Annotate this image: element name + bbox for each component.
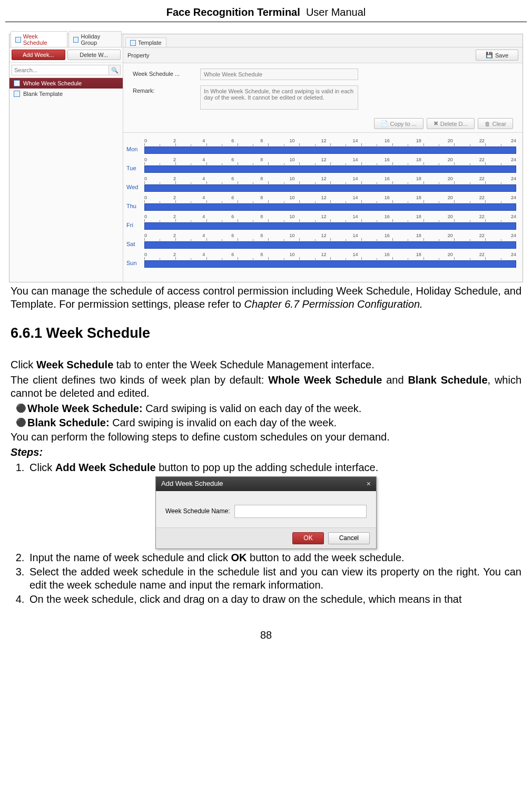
p-click-tab: Click Week Schedule tab to enter the Wee… bbox=[11, 358, 521, 371]
property-title: Property bbox=[127, 52, 150, 58]
tab-bar: Week Schedule Holiday Group Template bbox=[9, 34, 123, 47]
day-timeline[interactable]: 024681012141618202224 bbox=[144, 177, 516, 193]
search-input[interactable] bbox=[12, 65, 109, 75]
step-1: Click Add Week Schedule button to pop up… bbox=[27, 461, 521, 474]
copy-icon: 📄 bbox=[381, 120, 388, 127]
day-timeline[interactable]: 024681012141618202224 bbox=[144, 215, 516, 231]
tab-holiday-group[interactable]: Holiday Group bbox=[68, 31, 122, 47]
save-button[interactable]: 💾Save bbox=[476, 50, 518, 61]
add-week-schedule-dialog: Add Week Schedule× Week Schedule Name: O… bbox=[155, 476, 377, 550]
day-label: Sat bbox=[126, 241, 144, 250]
delete-duration-button[interactable]: ✖Delete D... bbox=[427, 118, 475, 129]
page-header: Face Recognition Terminal User Manual bbox=[5, 6, 527, 22]
add-week-button[interactable]: Add Week... bbox=[12, 50, 65, 60]
cancel-button[interactable]: Cancel bbox=[328, 532, 370, 544]
search-icon[interactable]: 🔍 bbox=[109, 65, 121, 75]
schedule-icon bbox=[73, 37, 79, 43]
intro-paragraph: You can manage the schedule of access co… bbox=[11, 285, 521, 311]
schedule-icon bbox=[14, 91, 20, 97]
schedule-icon bbox=[14, 80, 20, 86]
dialog-title: Add Week Schedule bbox=[161, 480, 223, 488]
form-remark-label: Remark: bbox=[133, 85, 200, 94]
delete-week-button[interactable]: Delete W... bbox=[67, 50, 121, 60]
header-rest: User Manual bbox=[306, 6, 366, 18]
schedule-icon bbox=[130, 40, 136, 46]
day-label: Thu bbox=[126, 203, 144, 212]
day-timeline[interactable]: 024681012141618202224 bbox=[144, 253, 516, 269]
section-heading: 6.6.1 Week Schedule bbox=[11, 325, 521, 343]
list-item-blank-template[interactable]: Blank Template bbox=[9, 89, 123, 99]
day-timeline[interactable]: 024681012141618202224 bbox=[144, 158, 516, 174]
day-label: Mon bbox=[126, 146, 144, 155]
schedule-icon bbox=[15, 37, 21, 43]
dialog-label: Week Schedule Name: bbox=[165, 507, 230, 515]
schedule-grid: Mon024681012141618202224Tue0246810121416… bbox=[123, 132, 523, 282]
day-label: Wed bbox=[126, 184, 144, 193]
week-schedule-screenshot: Week Schedule Holiday Group Template Add… bbox=[9, 34, 523, 282]
p-defaults: The client defines two kinds of week pla… bbox=[11, 374, 521, 400]
tab-template[interactable]: Template bbox=[125, 37, 166, 47]
step-4: On the week schedule, click and drag on … bbox=[27, 593, 521, 606]
remark-textarea[interactable]: In Whole Week Schedule, the card swiping… bbox=[200, 85, 358, 110]
close-icon[interactable]: × bbox=[367, 480, 371, 489]
day-timeline[interactable]: 024681012141618202224 bbox=[144, 196, 516, 212]
delete-icon: ✖ bbox=[434, 120, 438, 127]
tab-week-schedule[interactable]: Week Schedule bbox=[11, 31, 67, 47]
day-label: Tue bbox=[126, 165, 144, 174]
p-custom: You can perform the following steps to d… bbox=[11, 431, 521, 444]
steps-label: Steps: bbox=[11, 446, 521, 459]
page-number: 88 bbox=[5, 629, 527, 641]
trash-icon: 🗑 bbox=[485, 121, 490, 127]
form-name-label: Week Schedule ... bbox=[133, 69, 200, 77]
bullet-whole-week: ⚫Whole Week Schedule: Card swiping is va… bbox=[16, 402, 521, 415]
day-timeline[interactable]: 024681012141618202224 bbox=[144, 234, 516, 250]
clear-button[interactable]: 🗑Clear bbox=[478, 118, 513, 129]
day-label: Fri bbox=[126, 222, 144, 231]
save-icon: 💾 bbox=[486, 52, 493, 58]
bullet-blank: ⚫Blank Schedule: Card swiping is invalid… bbox=[16, 416, 521, 429]
ok-button[interactable]: OK bbox=[292, 532, 323, 544]
day-timeline[interactable]: 024681012141618202224 bbox=[144, 139, 516, 155]
step-3: Select the added week schedule in the sc… bbox=[27, 565, 521, 592]
copy-to-button[interactable]: 📄Copy to ... bbox=[374, 118, 423, 129]
day-label: Sun bbox=[126, 260, 144, 269]
dialog-name-input[interactable] bbox=[234, 505, 367, 518]
list-item-whole-week[interactable]: Whole Week Schedule bbox=[9, 78, 123, 89]
header-bold: Face Recognition Terminal bbox=[166, 6, 300, 18]
step-2: Input the name of week schedule and clic… bbox=[27, 551, 521, 564]
week-schedule-name-input[interactable] bbox=[200, 69, 358, 80]
